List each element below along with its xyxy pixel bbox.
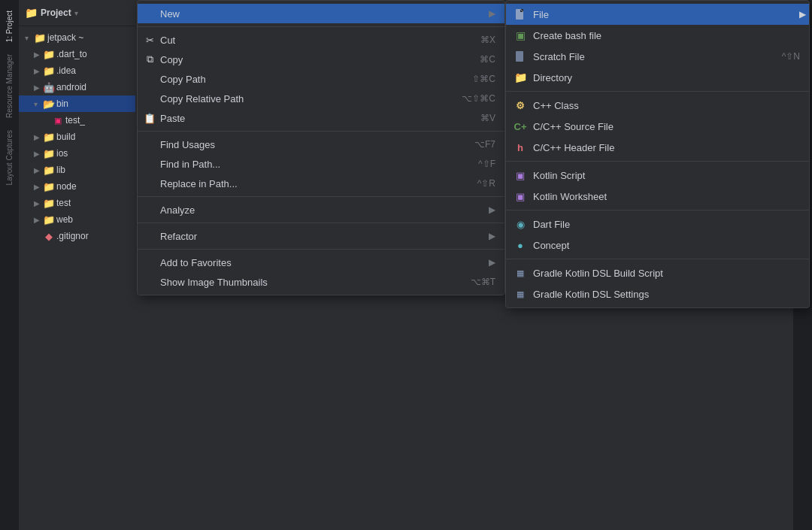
menu-divider bbox=[138, 249, 504, 250]
submenu-item-label: Scratch File bbox=[533, 51, 776, 62]
tree-label: jetpack ~ bbox=[47, 32, 83, 43]
tree-arrow: ▾ bbox=[25, 34, 32, 42]
submenu-item-label: Gradle Kotlin DSL Settings bbox=[533, 289, 800, 300]
tree-item-idea[interactable]: ▶ 📁 .idea bbox=[19, 62, 135, 79]
tree-label: .gitignor bbox=[56, 231, 89, 241]
tree-label: build bbox=[56, 132, 75, 142]
submenu-new: File ▶ ▣ Create bash file Scratch File ^… bbox=[505, 0, 810, 308]
submenu-item-concept[interactable]: ● Concept bbox=[506, 235, 809, 256]
tree-item-build[interactable]: ▶ 📁 build bbox=[19, 129, 135, 145]
submenu-item-label: C++ Class bbox=[533, 100, 800, 111]
tree-item-android[interactable]: ▶ 🤖 android bbox=[19, 79, 135, 95]
lib-icon: 📁 bbox=[43, 164, 55, 176]
test-folder-icon: 📁 bbox=[43, 197, 55, 209]
tree-label: lib bbox=[56, 165, 65, 175]
menu-item-label: Find Usages bbox=[160, 139, 444, 150]
cpp-hdr-icon: h bbox=[514, 141, 527, 154]
submenu-item-cpp-header[interactable]: h C/C++ Header File bbox=[506, 137, 809, 158]
context-menu: New ▶ ✂ Cut ⌘X ⧉ Copy ⌘C Copy Path ⇧⌘C C… bbox=[137, 0, 505, 295]
tree-arrow: ▶ bbox=[34, 183, 41, 191]
tree-item-web[interactable]: ▶ 📁 web bbox=[19, 211, 135, 228]
web-icon: 📁 bbox=[43, 214, 55, 226]
gradle-icon: ▦ bbox=[514, 266, 527, 280]
tree-arrow: ▶ bbox=[34, 50, 41, 59]
submenu-item-kotlin-worksheet[interactable]: ▣ Kotlin Worksheet bbox=[506, 186, 809, 207]
bash-icon: ▣ bbox=[514, 29, 527, 42]
submenu-divider bbox=[506, 161, 809, 162]
submenu-item-label: Directory bbox=[533, 72, 800, 83]
tree-arrow: ▶ bbox=[34, 67, 41, 75]
tree-arrow: ▶ bbox=[34, 166, 41, 174]
cpp-src-icon: C+ bbox=[514, 120, 527, 133]
tree-item-test[interactable]: ▶ 📁 test bbox=[19, 195, 135, 211]
folder-icon: 📁 bbox=[43, 65, 55, 77]
tree-arrow: ▶ bbox=[34, 199, 41, 207]
menu-divider bbox=[138, 196, 504, 197]
scratch-icon bbox=[514, 50, 527, 63]
sidebar-tab-resource[interactable]: Resource Manager bbox=[2, 50, 17, 123]
menu-item-new[interactable]: New ▶ bbox=[138, 4, 504, 23]
submenu-item-kotlin-script[interactable]: ▣ Kotlin Script bbox=[506, 165, 809, 186]
sidebar: 📁 Project ▾ ▾ 📁 jetpack ~ ▶ 📁 .dart_to ▶… bbox=[19, 0, 135, 530]
cut-icon: ✂ bbox=[144, 34, 156, 46]
menu-item-shortcut: ⌘V bbox=[480, 113, 495, 123]
menu-item-replace-in-path[interactable]: Replace in Path... ^⇧R bbox=[138, 174, 504, 193]
menu-item-add-favorites[interactable]: Add to Favorites ▶ bbox=[138, 253, 504, 272]
sidebar-tab-layout[interactable]: Layout Captures bbox=[2, 126, 17, 189]
tree-item-bin[interactable]: ▾ 📂 bin bbox=[19, 95, 135, 112]
menu-item-find-usages[interactable]: Find Usages ⌥F7 bbox=[138, 135, 504, 154]
menu-item-shortcut: ⌥⌘T bbox=[471, 277, 495, 287]
submenu-arrow: ▶ bbox=[489, 231, 495, 241]
submenu-item-cpp-source[interactable]: C+ C/C++ Source File bbox=[506, 116, 809, 137]
menu-item-copy-relative-path[interactable]: Copy Relative Path ⌥⇧⌘C bbox=[138, 89, 504, 108]
tree-label: web bbox=[56, 214, 73, 225]
menu-item-analyze[interactable]: Analyze ▶ bbox=[138, 200, 504, 220]
tree-item-ios[interactable]: ▶ 📁 ios bbox=[19, 145, 135, 162]
menu-item-label: Analyze bbox=[160, 204, 486, 216]
tree-item-node[interactable]: ▶ 📁 node bbox=[19, 178, 135, 195]
tree-item-lib[interactable]: ▶ 📁 lib bbox=[19, 162, 135, 178]
submenu-item-directory[interactable]: 📁 Directory bbox=[506, 67, 809, 88]
menu-item-label: Show Image Thumbnails bbox=[160, 277, 441, 288]
tree-item-test-script[interactable]: ▣ test_ bbox=[19, 112, 135, 129]
tree-label: .dart_to bbox=[56, 49, 87, 59]
file-tree: ▾ 📁 jetpack ~ ▶ 📁 .dart_to ▶ 📁 .idea ▶ 🤖… bbox=[19, 26, 135, 247]
submenu-item-label: C/C++ Source File bbox=[533, 121, 800, 132]
tree-arrow: ▾ bbox=[34, 100, 41, 108]
tree-label: .idea bbox=[56, 65, 76, 76]
tree-item-jetpack[interactable]: ▾ 📁 jetpack ~ bbox=[19, 29, 135, 46]
sidebar-tab-project[interactable]: 1: Project bbox=[2, 6, 17, 47]
menu-item-paste[interactable]: 📋 Paste ⌘V bbox=[138, 108, 504, 128]
menu-item-label: Find in Path... bbox=[160, 159, 448, 170]
submenu-arrow: ▶ bbox=[489, 8, 495, 19]
submenu-item-gradle-settings[interactable]: ▦ Gradle Kotlin DSL Settings bbox=[506, 283, 809, 304]
concept-icon: ● bbox=[514, 238, 527, 252]
menu-item-refactor[interactable]: Refactor ▶ bbox=[138, 226, 504, 246]
sidebar-left-tabs: 1: Project Resource Manager Layout Captu… bbox=[0, 0, 19, 530]
file-icon bbox=[514, 8, 527, 21]
android-icon: 🤖 bbox=[43, 81, 55, 93]
tree-item-gitignore[interactable]: ◆ .gitignor bbox=[19, 228, 135, 244]
submenu-item-label: Create bash file bbox=[533, 30, 800, 41]
menu-item-copy[interactable]: ⧉ Copy ⌘C bbox=[138, 50, 504, 69]
menu-item-find-in-path[interactable]: Find in Path... ^⇧F bbox=[138, 154, 504, 174]
menu-item-show-image[interactable]: Show Image Thumbnails ⌥⌘T bbox=[138, 272, 504, 292]
submenu-item-label: File bbox=[533, 9, 800, 20]
submenu-item-gradle-build[interactable]: ▦ Gradle Kotlin DSL Build Script bbox=[506, 262, 809, 283]
dart-icon: ◉ bbox=[514, 217, 527, 231]
folder-icon: 📁 bbox=[43, 48, 55, 60]
menu-divider bbox=[138, 131, 504, 132]
submenu-item-scratch[interactable]: Scratch File ^⇧N bbox=[506, 46, 809, 67]
menu-item-copy-path[interactable]: Copy Path ⇧⌘C bbox=[138, 69, 504, 89]
menu-item-shortcut: ⌥⇧⌘C bbox=[462, 93, 495, 104]
submenu-item-dart[interactable]: ◉ Dart File bbox=[506, 214, 809, 235]
menu-item-cut[interactable]: ✂ Cut ⌘X bbox=[138, 30, 504, 50]
gitignore-icon: ◆ bbox=[43, 230, 55, 242]
tree-item-dart-tools[interactable]: ▶ 📁 .dart_to bbox=[19, 46, 135, 62]
tree-label: test_ bbox=[65, 115, 85, 126]
submenu-item-file[interactable]: File ▶ bbox=[506, 4, 809, 25]
submenu-item-bash[interactable]: ▣ Create bash file bbox=[506, 25, 809, 46]
submenu-item-cpp-class[interactable]: ⚙ C++ Class bbox=[506, 95, 809, 116]
menu-item-label: Cut bbox=[160, 35, 450, 46]
chevron-icon[interactable]: ▾ bbox=[74, 9, 78, 17]
